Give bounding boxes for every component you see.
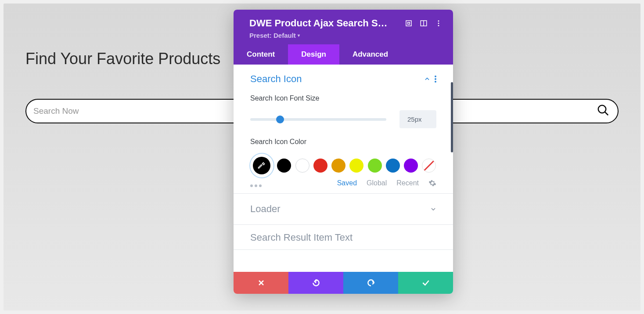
panel-body: Search Icon Search Icon Font Size 25px S… xyxy=(234,65,453,272)
tab-content[interactable]: Content xyxy=(234,44,288,65)
color-swatch-black[interactable] xyxy=(277,159,291,173)
chevron-down-icon xyxy=(430,206,436,212)
section-title-search-icon[interactable]: Search Icon xyxy=(250,73,420,85)
color-tab-global[interactable]: Global xyxy=(367,179,387,187)
section-kebab-icon[interactable] xyxy=(435,76,436,83)
svg-point-7 xyxy=(438,23,439,24)
tab-design[interactable]: Design xyxy=(288,44,339,65)
chevron-up-icon[interactable] xyxy=(424,76,430,82)
scrollbar-thumb[interactable] xyxy=(451,82,453,152)
svg-rect-2 xyxy=(406,21,411,26)
section-loader[interactable]: Loader xyxy=(234,194,453,225)
color-swatch-orange[interactable] xyxy=(331,159,345,173)
save-button[interactable] xyxy=(398,272,453,294)
svg-point-8 xyxy=(438,25,439,26)
font-size-value[interactable]: 25px xyxy=(399,110,436,128)
tab-advanced[interactable]: Advanced xyxy=(339,44,401,65)
layout-icon[interactable] xyxy=(419,18,428,28)
preset-selector[interactable]: Preset: Default ▾ xyxy=(249,32,443,39)
undo-button[interactable] xyxy=(288,272,343,294)
kebab-menu-icon[interactable] xyxy=(434,18,443,28)
section-next-partial[interactable]: Search Result Item Text xyxy=(234,225,453,250)
settings-panel: DWE Product Ajax Search S… Preset: Defau… xyxy=(234,10,453,294)
panel-tabs: Content Design Advanced xyxy=(234,44,453,65)
color-swatch-white[interactable] xyxy=(295,159,309,173)
preset-label: Preset: Default xyxy=(249,32,296,39)
color-swatches xyxy=(250,154,436,177)
section-title-loader: Loader xyxy=(250,203,426,215)
caret-down-icon: ▾ xyxy=(298,33,300,38)
search-icon[interactable] xyxy=(597,104,610,119)
panel-footer xyxy=(234,272,453,294)
color-swatch-blue[interactable] xyxy=(386,159,400,173)
font-size-slider[interactable] xyxy=(250,118,386,121)
gear-icon[interactable] xyxy=(428,179,436,187)
slider-thumb[interactable] xyxy=(276,115,284,123)
font-size-label: Search Icon Font Size xyxy=(250,94,436,102)
redo-button[interactable] xyxy=(343,272,398,294)
svg-point-0 xyxy=(598,105,606,113)
color-swatch-red[interactable] xyxy=(313,159,327,173)
section-search-icon: Search Icon Search Icon Font Size 25px S… xyxy=(234,65,453,194)
color-label: Search Icon Color xyxy=(250,138,436,146)
color-swatch-none[interactable] xyxy=(422,159,436,173)
panel-title: DWE Product Ajax Search S… xyxy=(249,18,399,29)
svg-point-6 xyxy=(438,20,439,22)
color-tab-recent[interactable]: Recent xyxy=(396,179,419,187)
expand-icon[interactable] xyxy=(404,18,414,28)
color-swatch-picker-black[interactable] xyxy=(253,157,270,174)
color-swatch-green[interactable] xyxy=(368,159,382,173)
svg-rect-3 xyxy=(408,22,410,25)
color-swatch-yellow[interactable] xyxy=(349,159,363,173)
color-swatch-purple[interactable] xyxy=(404,159,418,173)
color-tab-saved[interactable]: Saved xyxy=(337,179,357,187)
panel-header: DWE Product Ajax Search S… Preset: Defau… xyxy=(234,10,453,44)
cancel-button[interactable] xyxy=(234,272,288,294)
svg-line-1 xyxy=(605,112,608,115)
